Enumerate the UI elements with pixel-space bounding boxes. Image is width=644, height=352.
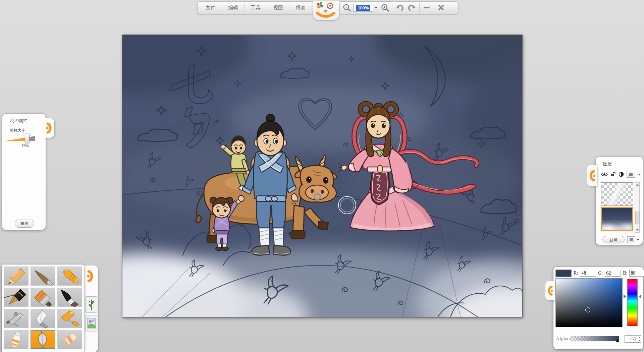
menu-view[interactable]: 视图 [268,2,288,13]
alpha-spinner[interactable] [637,336,641,342]
new-layer-button[interactable]: 新建 [602,236,625,243]
color-collapse-handle[interactable] [545,281,555,300]
redo-button[interactable] [406,2,419,13]
zoom-in-icon [381,3,389,12]
tool-palette-knife[interactable] [31,309,55,328]
layer-menu-button[interactable] [627,236,635,243]
app-logo-tab[interactable] [313,2,339,14]
plant-stamp-icon [87,298,96,311]
menu-file[interactable]: 文件 [200,2,221,13]
tool-flat-brush[interactable] [31,288,55,307]
logo-right-eye-icon [327,3,333,8]
minimize-icon [423,4,430,11]
flat-brush-icon [31,288,55,307]
zoom-out-button[interactable] [340,2,353,13]
brush-size-slider-thumb[interactable] [25,133,30,143]
zoom-out-icon [342,3,351,12]
tool-charcoal[interactable] [31,267,55,286]
tools-collapse-handle[interactable] [87,270,94,284]
separator [339,3,340,12]
panel-collapse-handle[interactable] [44,118,54,138]
zoom-level-field[interactable]: 100% [353,4,373,12]
tool-paint-tube[interactable] [4,330,29,349]
layer-list [601,182,633,231]
g-input[interactable] [605,270,621,277]
menu-help[interactable]: 帮助 [290,2,311,13]
r-label: R: [574,271,578,276]
logo-handle-icon [547,285,553,296]
layers-panel: 图层 新建 [596,157,643,245]
lock-open-icon[interactable] [610,172,616,177]
ink-brush-icon [57,288,82,307]
canvas-artwork [122,35,522,317]
logo-smile-icon [317,13,334,16]
chevron-down-icon[interactable] [637,239,639,241]
close-button[interactable] [435,2,447,13]
scraper-icon [31,330,55,349]
alpha-slider-handle[interactable] [616,339,619,342]
image-stamp-button[interactable] [86,315,97,331]
undo-button[interactable] [393,2,406,13]
spinner-down-icon[interactable] [638,340,640,341]
paint-tube-icon [4,330,29,349]
image-stamp-icon [87,317,96,330]
alpha-value: 255 [625,336,637,342]
spinner-up-icon[interactable] [638,337,640,338]
logo-face-icon [313,1,339,20]
separator [419,3,420,12]
hue-marker-right[interactable] [639,294,641,298]
tool-scraper[interactable] [31,330,55,349]
tool-airbrush[interactable] [4,309,29,328]
scrollbar-thumb[interactable] [635,212,640,224]
saturation-value-square[interactable] [555,278,623,327]
tool-eraser[interactable] [57,330,82,349]
brush-size-slider[interactable] [5,136,35,141]
logo-nose-icon [324,10,327,13]
drawing-canvas[interactable] [122,35,523,317]
scroll-down-icon[interactable] [636,229,639,231]
tool-ink-brush[interactable] [57,288,82,307]
separator [244,3,245,12]
g-label: G: [598,271,603,276]
layers-collapse-handle[interactable] [587,165,597,186]
alpha-slider[interactable] [569,336,619,341]
visibility-eye-icon[interactable] [601,172,608,177]
layer-header-icons [601,171,641,178]
logo-handle-icon [46,122,53,134]
hue-marker-left[interactable] [624,294,626,298]
layer-list-scrollbar[interactable] [635,182,640,233]
tool-pencil[interactable] [4,267,29,286]
paint-app: { "app": { "accent_orange": "#f7941e", "… [0,0,644,352]
layer-item-sketch[interactable] [601,182,633,206]
main-toolbar: 文件 编辑 工具 视图 帮助 [197,1,458,14]
b-input[interactable] [629,270,644,277]
pencil-icon [4,267,29,286]
brush-size-label: 笔触大小 [9,128,25,133]
tool-paint-roller[interactable] [57,309,82,328]
zoom-dropdown-button[interactable] [373,4,379,11]
chevron-down-icon [375,7,377,9]
scroll-up-icon[interactable] [636,184,639,186]
color-marker[interactable] [585,307,590,312]
tool-fountain-pen[interactable] [4,288,29,307]
palette-knife-icon [31,309,55,328]
logo-handle-icon [589,170,595,182]
blend-menu-button[interactable] [627,171,635,178]
scraper-properties-panel: 刮刀属性 笔触大小 75% 重置 [2,114,46,230]
zoom-in-button[interactable] [379,2,391,13]
r-input[interactable] [580,270,596,277]
plant-stamp-button[interactable] [86,296,97,312]
reset-button[interactable]: 重置 [15,220,34,228]
tool-crayon[interactable] [57,267,82,286]
separator [222,3,222,12]
minimize-button[interactable] [420,2,433,13]
menu-tools[interactable]: 工具 [245,2,266,13]
layer-item-sky[interactable] [601,207,633,231]
opacity-contrast-icon[interactable] [619,172,624,177]
panel-title: 图层 [603,161,612,167]
hue-strip[interactable] [627,279,638,326]
separator [289,3,289,12]
menu-edit[interactable]: 编辑 [223,2,244,13]
chevron-down-icon[interactable] [638,174,641,175]
alpha-label: Alpha [556,336,569,341]
